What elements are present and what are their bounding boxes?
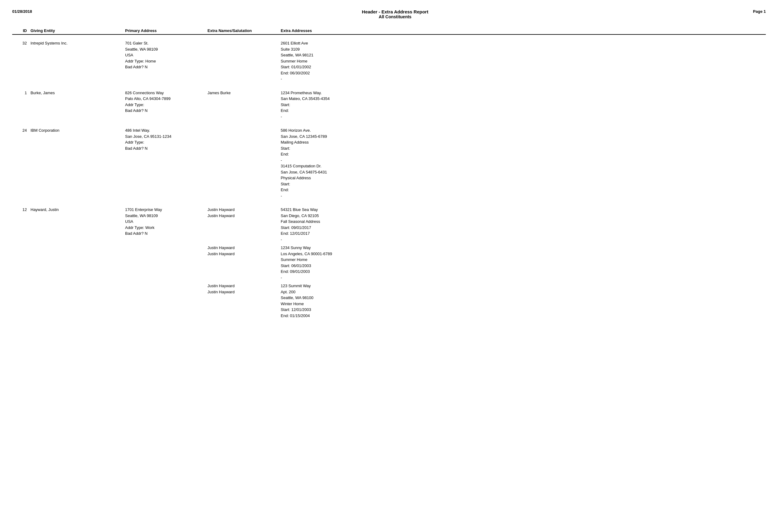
col-header-extra-names: Extra Names/Salutation (208, 28, 281, 33)
table-row: 32 Intrepid Systems Inc. 701 Galer St. S… (12, 36, 766, 83)
report-title-sub: All Constituents (49, 14, 742, 19)
cell-giving-entity (30, 245, 125, 280)
col-header-primary-address: Primary Address (125, 28, 208, 33)
report-title-main: Header - Extra Address Report (49, 9, 742, 14)
cell-primary-address: 701 Galer St. Seattle, WA 98109 USA Addr… (125, 40, 208, 82)
report-page: Page 1 (742, 9, 766, 14)
report-table: ID Giving Entity Primary Address Extra N… (12, 28, 766, 320)
cell-extra-names (208, 127, 281, 199)
col-header-extra-addresses: Extra Addresses (281, 28, 766, 33)
cell-extra-addresses: 1234 Sunny Way Los Angeles, CA 90001-678… (281, 245, 766, 280)
row-separator (12, 83, 766, 86)
cell-id: 1 (12, 90, 30, 120)
cell-primary-address (125, 245, 208, 280)
cell-primary-address: 1701 Enterprise Way Seattle, WA 98109 US… (125, 207, 208, 242)
cell-primary-address: 486 Intel Way. San Jose, CA 95131-1234 A… (125, 127, 208, 199)
cell-extra-names: Justin Hayward Justin Hayward (208, 245, 281, 280)
cell-extra-addresses: 1234 Prometheus Way. San Mateo, CA 35435… (281, 90, 766, 120)
cell-extra-names: James Burke (208, 90, 281, 120)
cell-id: 32 (12, 40, 30, 82)
table-row: Justin Hayward Justin Hayward 1234 Sunny… (12, 244, 766, 282)
table-row: 1 Burke, James 826 Connections Way Palo … (12, 86, 766, 121)
cell-primary-address: 826 Connections Way Palo Alto, CA 94304-… (125, 90, 208, 120)
cell-extra-addresses: 54321 Blue Sea Way San Diego, CA 92105 F… (281, 207, 766, 242)
page-header: 01/28/2018 Header - Extra Address Report… (12, 9, 766, 19)
cell-extra-names: Justin Hayward Justin Hayward (208, 283, 281, 319)
table-row: 12 Hayward, Justin 1701 Enterprise Way S… (12, 203, 766, 244)
report-title: Header - Extra Address Report All Consti… (49, 9, 742, 19)
cell-giving-entity: IBM Corporation (30, 127, 125, 199)
col-header-giving-entity: Giving Entity (30, 28, 125, 33)
cell-id (12, 245, 30, 280)
cell-giving-entity (30, 283, 125, 319)
cell-primary-address (125, 283, 208, 319)
cell-giving-entity: Burke, James (30, 90, 125, 120)
cell-extra-names: Justin Hayward Justin Hayward (208, 207, 281, 242)
cell-id: 24 (12, 127, 30, 199)
cell-extra-addresses: 586 Horizon Ave. San Jose, CA 12345-6789… (281, 127, 766, 199)
cell-extra-names (208, 40, 281, 82)
cell-giving-entity: Intrepid Systems Inc. (30, 40, 125, 82)
cell-extra-addresses: 2601 Elliott Ave Suite 3109 Seattle, WA … (281, 40, 766, 82)
cell-id (12, 283, 30, 319)
column-headers: ID Giving Entity Primary Address Extra N… (12, 28, 766, 35)
col-header-id: ID (12, 28, 30, 33)
cell-giving-entity: Hayward, Justin (30, 207, 125, 242)
report-date: 01/28/2018 (12, 9, 49, 14)
table-row: 24 IBM Corporation 486 Intel Way. San Jo… (12, 124, 766, 200)
cell-extra-addresses: 123 Summit Way Apt. 200 Seattle, WA 9810… (281, 283, 766, 319)
table-row: Justin Hayward Justin Hayward 123 Summit… (12, 282, 766, 320)
row-separator (12, 121, 766, 124)
cell-id: 12 (12, 207, 30, 242)
row-separator (12, 200, 766, 203)
